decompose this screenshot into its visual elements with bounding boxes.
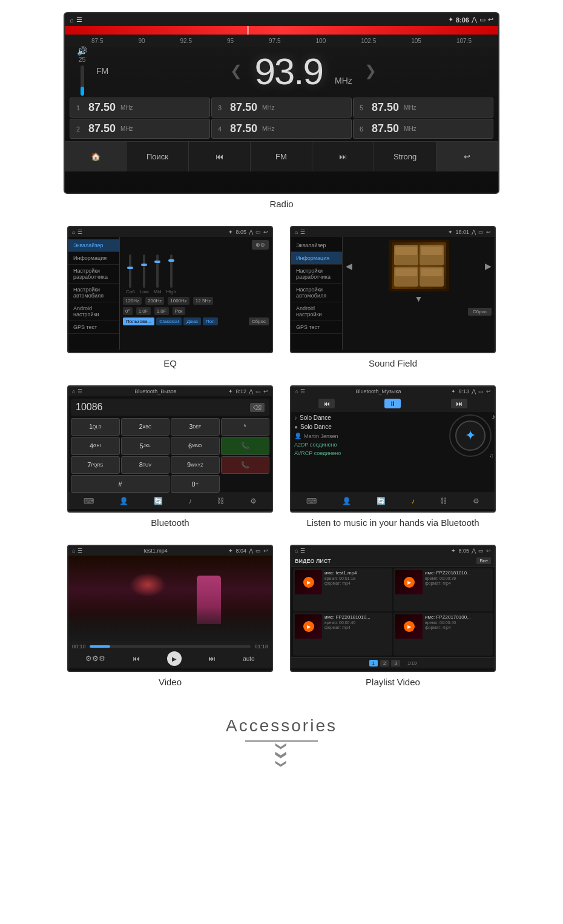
preset-5[interactable]: 5 87.50 MHz (353, 98, 493, 118)
sf-down-arrow[interactable]: ▼ (415, 294, 423, 304)
vid-progress-bar[interactable] (90, 645, 251, 648)
key-5[interactable]: 5JKL (121, 437, 170, 455)
btm-nav-settings[interactable]: ⚙ (470, 496, 482, 507)
btm-nav-contacts[interactable]: 👤 (340, 496, 354, 507)
btm-pause[interactable]: ⏸ (384, 399, 401, 408)
page-btn-3[interactable]: 3 (391, 660, 400, 666)
key-9[interactable]: 9WXYZ (171, 456, 220, 474)
eq-menu-dev[interactable]: Настройки разработчика (68, 265, 119, 284)
sf-reset-button[interactable]: Сброс (468, 308, 492, 316)
video-label: Video (159, 677, 182, 687)
preset-4[interactable]: 4 87.50 MHz (211, 119, 352, 139)
scale-1075: 107.5 (456, 38, 472, 44)
eq-menu-info[interactable]: Информация (68, 252, 119, 265)
sf-reset-row: Сброс (346, 306, 492, 316)
vid-prev-button[interactable]: ⏮ (133, 654, 140, 663)
chevron-2: ❯❯ (277, 750, 286, 768)
playlist-filter[interactable]: Все (476, 557, 491, 564)
preset-6[interactable]: 6 87.50 MHz (353, 119, 493, 139)
freq-down-arrow[interactable]: ❮ (230, 62, 242, 79)
playlist-item-4[interactable]: ▶ имс: FPZ20170100... время: 00:00:40 фо… (393, 613, 493, 656)
eq-preset-pop[interactable]: Поп (203, 317, 218, 325)
preset-grid: 1 87.50 MHz 3 87.50 MHz 5 87.50 MHz 2 87… (65, 98, 498, 139)
sf-menu-info[interactable]: Информация (291, 252, 342, 265)
btm-disc-inner: ✦ (455, 420, 486, 451)
vid-play-button[interactable]: ▶ (167, 651, 182, 666)
key-0[interactable]: 0 + (171, 475, 220, 493)
scale-925: 92.5 (180, 38, 192, 44)
key-end[interactable]: 📞 (221, 456, 270, 474)
playlist-item-1[interactable]: ▶ имс: test1.mp4 время: 00:01:18 формат:… (293, 568, 392, 611)
prev-button[interactable]: ⏮ (189, 142, 251, 171)
bt-nav-calls[interactable]: 🔄 (151, 496, 165, 507)
vid-settings-button[interactable]: ⚙⚙⚙ (85, 654, 105, 663)
eq-mid-track[interactable] (156, 254, 159, 288)
freq-up-arrow[interactable]: ❯ (364, 62, 377, 79)
key-hash[interactable]: # (71, 475, 170, 493)
sf-left-arrow[interactable]: ◀ (346, 261, 352, 271)
sf-menu-eq[interactable]: Эквалайзер (291, 239, 342, 252)
btm-prev[interactable]: ⏮ (318, 399, 335, 408)
eq-sub-track[interactable] (129, 254, 131, 288)
vid-next-button[interactable]: ⏭ (208, 654, 216, 663)
eq-reset-button[interactable]: Сброс (249, 317, 269, 325)
fm-button[interactable]: FM (251, 142, 312, 171)
pl-menu-icon: ☰ (300, 548, 305, 554)
search-button[interactable]: Поиск (127, 142, 188, 171)
eq-low-track[interactable] (143, 254, 145, 288)
key-1[interactable]: 1QLD (71, 418, 120, 436)
volume-bar[interactable] (81, 65, 84, 96)
btm-next[interactable]: ⏭ (451, 399, 467, 408)
sf-controls-row: ◀ ▶ (346, 240, 492, 291)
eq-slider-high: High (166, 254, 176, 294)
eq-preset-user[interactable]: Пользова... (123, 317, 154, 325)
key-6[interactable]: 6MNO (171, 437, 220, 455)
bt-clear-button[interactable]: ⌫ (250, 403, 265, 412)
eq-menu-car[interactable]: Настройки автомобиля (68, 284, 119, 302)
sf-menu-dev[interactable]: Настройки разработчика (291, 265, 342, 284)
eq-menu-equalizer[interactable]: Эквалайзер (68, 239, 119, 252)
bt-nav-settings[interactable]: ⚙ (248, 496, 259, 507)
eq-preset-jazz[interactable]: Джаз (183, 317, 201, 325)
btm-nav-music[interactable]: ♪ (409, 496, 417, 507)
eq-preset-classical[interactable]: Classical (156, 317, 182, 325)
playlist-item-2[interactable]: ▶ имс: FPZ20181010... время: 00:00:39 фо… (393, 568, 493, 611)
sf-menu-android[interactable]: Android настройки (291, 302, 342, 321)
bt-nav-link[interactable]: ⛓ (215, 496, 227, 507)
sf-right-arrow[interactable]: ▶ (485, 261, 492, 271)
playlist-item-3[interactable]: ▶ имс: FPZ20181010... время: 00:00:40 фо… (293, 613, 392, 656)
bt-nav-keypad[interactable]: ⌨ (81, 496, 96, 507)
preset-1[interactable]: 1 87.50 MHz (70, 98, 210, 118)
next-button[interactable]: ⏭ (312, 142, 374, 171)
btm-nav-calls[interactable]: 🔄 (374, 496, 388, 507)
preset-2[interactable]: 2 87.50 MHz (70, 119, 210, 139)
eq-high-track[interactable] (170, 254, 173, 288)
sf-content: Эквалайзер Информация Настройки разработ… (291, 237, 495, 350)
key-2[interactable]: 2ABC (121, 418, 170, 436)
home-button[interactable]: 🏠 (65, 142, 127, 171)
bt-nav-contacts[interactable]: 👤 (117, 496, 131, 507)
key-star[interactable]: * (221, 418, 270, 436)
btm-nav-keypad[interactable]: ⌨ (304, 496, 319, 507)
eq-menu-gps[interactable]: GPS тест (68, 321, 119, 334)
key-3[interactable]: 3DEF (171, 418, 220, 436)
sf-menu-gps[interactable]: GPS тест (291, 321, 342, 334)
page-btn-1[interactable]: 1 (369, 660, 378, 666)
playlist-play-icon-1: ▶ (303, 577, 314, 588)
eq-menu-android[interactable]: Android настройки (68, 302, 119, 321)
strong-button[interactable]: Strong (374, 142, 436, 171)
eq-sliders: Саб Low (123, 252, 269, 294)
preset-3[interactable]: 3 87.50 MHz (211, 98, 352, 118)
key-8[interactable]: 8TUV (121, 456, 170, 474)
key-call[interactable]: 📞 (221, 437, 270, 455)
btm-top-bar: ⌂ ☰ Bluetooth_Музыка ✦ 8:13 ⋀ ▭ ↩ (291, 387, 495, 396)
key-7[interactable]: 7PQRS (71, 456, 120, 474)
btm-nav-link[interactable]: ⛓ (438, 496, 450, 507)
page-btn-2[interactable]: 2 (380, 660, 389, 666)
key-4[interactable]: 4GHI (71, 437, 120, 455)
sf-menu-car[interactable]: Настройки автомобиля (291, 284, 342, 302)
back-button[interactable]: ↩ (436, 142, 498, 171)
bt-back-icon: ↩ (263, 388, 268, 394)
bt-nav-music[interactable]: ♪ (186, 496, 194, 507)
eq-controls-btn[interactable]: ⊕⊖ (252, 240, 269, 250)
